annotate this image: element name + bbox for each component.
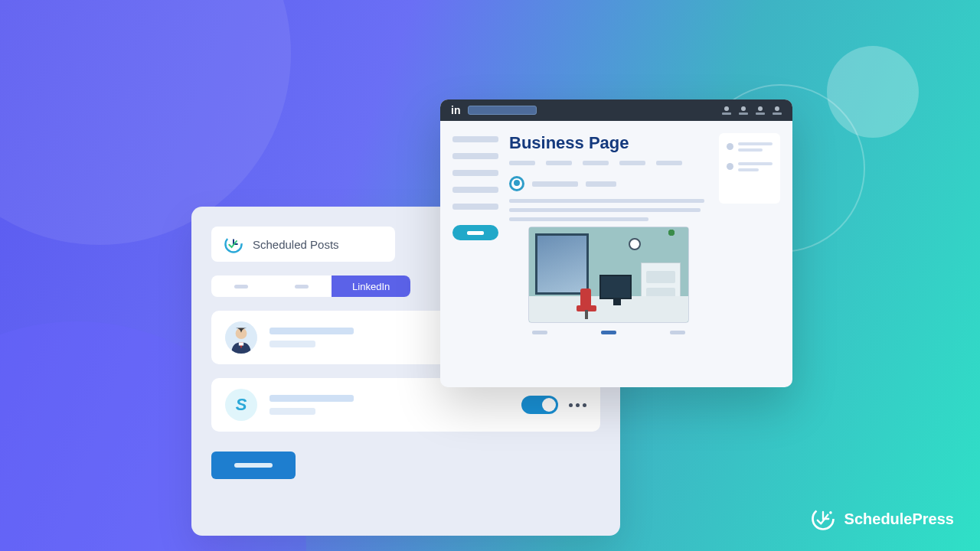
sidebar-item[interactable] <box>452 170 498 176</box>
text-placeholder <box>532 181 578 187</box>
author-avatar-icon <box>509 176 524 191</box>
pager-dot-active[interactable] <box>601 331 616 334</box>
sidebar-item[interactable] <box>452 187 498 193</box>
linkedin-logo-icon: in <box>451 104 460 116</box>
post-body-placeholder <box>509 199 708 221</box>
schedulepress-logo-icon <box>809 505 837 533</box>
social-tab[interactable] <box>211 276 272 297</box>
rail-item[interactable] <box>727 162 773 174</box>
avatar <box>225 321 257 354</box>
page-tab[interactable] <box>546 161 572 165</box>
svg-point-5 <box>829 511 832 514</box>
brand-name: SchedulePress <box>844 510 954 528</box>
more-icon[interactable] <box>569 403 586 407</box>
account-toggle[interactable] <box>521 396 558 414</box>
text-placeholder <box>586 181 616 187</box>
post-author-row <box>509 176 708 191</box>
scheduled-posts-header: Scheduled Posts <box>211 227 395 262</box>
nav-icon[interactable] <box>739 106 748 115</box>
linkedin-topbar: in <box>440 99 792 121</box>
nav-icon[interactable] <box>773 106 782 115</box>
sidebar-button[interactable] <box>452 225 498 240</box>
schedulepress-icon <box>224 234 243 254</box>
page-tab[interactable] <box>583 161 609 165</box>
page-tab[interactable] <box>509 161 535 165</box>
page-tab[interactable] <box>656 161 682 165</box>
pager-dot[interactable] <box>670 331 685 334</box>
bg-circle <box>827 46 919 138</box>
linkedin-sidebar <box>452 133 498 380</box>
sidebar-item[interactable] <box>452 136 498 142</box>
account-text-placeholder <box>270 395 354 415</box>
pager-dot[interactable] <box>532 331 547 334</box>
page-tabs <box>509 161 708 165</box>
social-tab-linkedin[interactable]: LinkedIn <box>332 276 410 297</box>
linkedin-right-rail <box>719 133 780 204</box>
brand-watermark: SchedulePress <box>809 505 954 533</box>
carousel-pager <box>509 331 708 334</box>
nav-icon[interactable] <box>756 106 765 115</box>
rail-item[interactable] <box>727 142 773 155</box>
nav-icon[interactable] <box>722 106 731 115</box>
social-tab[interactable] <box>272 276 332 297</box>
page-logo-icon: S <box>225 389 257 421</box>
sidebar-item[interactable] <box>452 153 498 159</box>
post-image <box>528 227 689 323</box>
linkedin-main: Business Page <box>509 133 708 380</box>
account-text-placeholder <box>270 328 354 347</box>
svg-rect-3 <box>239 342 243 345</box>
sidebar-item[interactable] <box>452 204 498 210</box>
page-title: Business Page <box>509 133 708 153</box>
scheduled-posts-title: Scheduled Posts <box>253 238 339 251</box>
primary-action-button[interactable] <box>211 452 296 479</box>
linkedin-preview-panel: in Business Page <box>440 99 792 387</box>
social-tabs: LinkedIn <box>211 276 410 297</box>
search-input[interactable] <box>468 106 537 115</box>
page-tab[interactable] <box>619 161 645 165</box>
